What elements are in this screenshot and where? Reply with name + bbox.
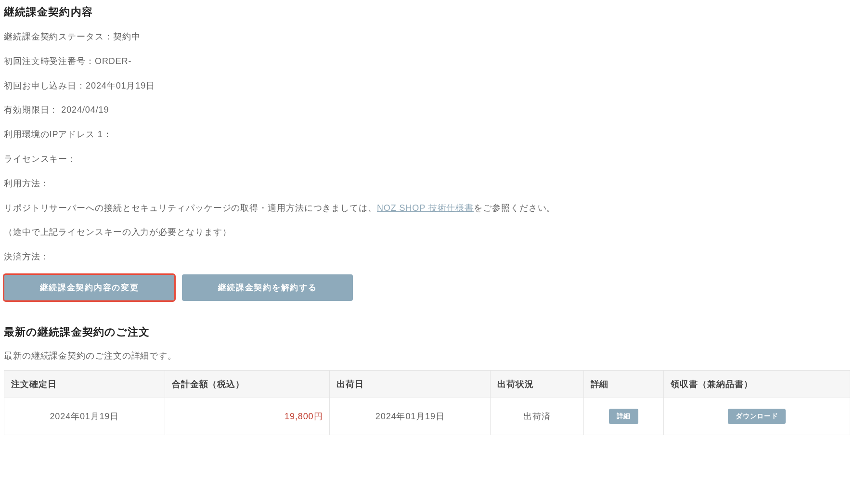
first-apply-date: 初回お申し込み日：2024年01月19日 <box>4 79 850 93</box>
ip-address: 利用環境のIPアドレス 1： <box>4 128 850 142</box>
usage-method-label: 利用方法： <box>4 177 850 191</box>
col-detail: 詳細 <box>583 370 664 398</box>
col-ship-date: 出荷日 <box>330 370 491 398</box>
expiry-date: 有効期限日： 2024/04/19 <box>4 103 850 117</box>
latest-order-table: 注文確定日 合計金額（税込） 出荷日 出荷状況 詳細 領収書（兼納品書） 202… <box>4 370 850 435</box>
contract-status: 継続課金契約ステータス：契約中 <box>4 30 850 44</box>
cell-ship-date: 2024年01月19日 <box>330 398 491 435</box>
latest-order-section: 最新の継続課金契約のご注文 最新の継続課金契約のご注文の詳細です。 注文確定日 … <box>4 325 850 435</box>
usage-description: リポジトリサーバーへの接続とセキュリティパッケージの取得・適用方法につきましては… <box>4 201 850 215</box>
download-receipt-button[interactable]: ダウンロード <box>728 409 786 424</box>
cell-order-date: 2024年01月19日 <box>4 398 165 435</box>
table-row: 2024年01月19日 19,800円 2024年01月19日 出荷済 詳細 ダ… <box>4 398 850 435</box>
usage-post-link-text: をご参照ください。 <box>474 203 556 213</box>
col-order-date: 注文確定日 <box>4 370 165 398</box>
license-key: ライセンスキー： <box>4 152 850 166</box>
change-contract-button[interactable]: 継続課金契約内容の変更 <box>4 274 175 301</box>
cell-total: 19,800円 <box>165 398 330 435</box>
contract-heading: 継続課金契約内容 <box>4 5 850 19</box>
detail-button[interactable]: 詳細 <box>609 409 638 424</box>
usage-pre-link-text: リポジトリサーバーへの接続とセキュリティパッケージの取得・適用方法につきましては… <box>4 203 377 213</box>
tech-spec-link[interactable]: NOZ SHOP 技術仕様書 <box>377 203 474 213</box>
latest-order-heading: 最新の継続課金契約のご注文 <box>4 325 850 339</box>
cell-receipt: ダウンロード <box>664 398 850 435</box>
initial-order-number: 初回注文時受注番号：ORDER- <box>4 54 850 68</box>
col-ship-status: 出荷状況 <box>491 370 583 398</box>
table-header-row: 注文確定日 合計金額（税込） 出荷日 出荷状況 詳細 領収書（兼納品書） <box>4 370 850 398</box>
cell-ship-status: 出荷済 <box>491 398 583 435</box>
cell-detail: 詳細 <box>583 398 664 435</box>
contract-info-block: 継続課金契約ステータス：契約中 初回注文時受注番号：ORDER- 初回お申し込み… <box>4 30 850 264</box>
col-total: 合計金額（税込） <box>165 370 330 398</box>
payment-method: 決済方法： <box>4 250 850 264</box>
latest-order-subtitle: 最新の継続課金契約のご注文の詳細です。 <box>4 350 850 362</box>
cancel-contract-button[interactable]: 継続課金契約を解約する <box>182 274 353 301</box>
col-receipt: 領収書（兼納品書） <box>664 370 850 398</box>
contract-details-section: 継続課金契約内容 継続課金契約ステータス：契約中 初回注文時受注番号：ORDER… <box>4 5 850 301</box>
contract-action-buttons: 継続課金契約内容の変更 継続課金契約を解約する <box>4 274 850 301</box>
usage-note: （途中で上記ライセンスキーの入力が必要となります） <box>4 225 850 239</box>
